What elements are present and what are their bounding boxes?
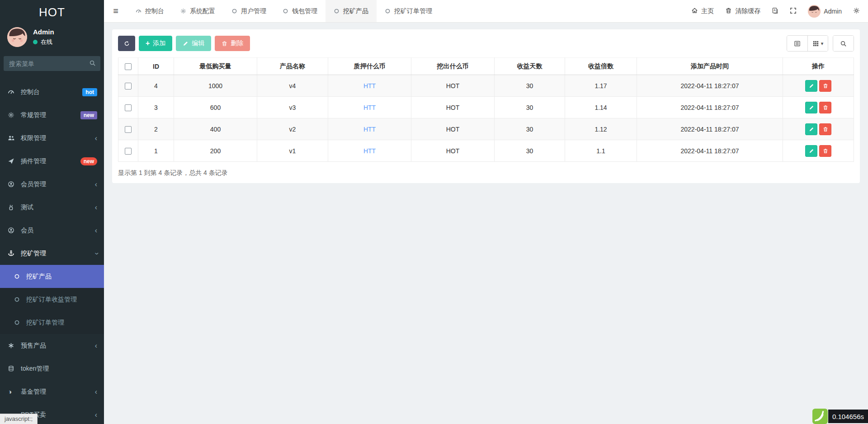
home-icon [691, 7, 698, 15]
chevron-left-icon: ‹ [95, 342, 97, 349]
cell-stake-coin: HTT [328, 97, 411, 118]
row-checkbox[interactable] [125, 104, 132, 111]
sidebar-item-mining-order[interactable]: 挖矿订单管理 [0, 311, 104, 334]
tab-user-manage[interactable]: 用户管理 [223, 0, 274, 22]
cell-profit-days: 30 [495, 140, 565, 162]
menu-search-input[interactable] [4, 56, 100, 71]
row-checkbox[interactable] [125, 83, 132, 90]
table-panel: +添加 编辑 删除 ▾ ID最低购买量 [112, 29, 860, 183]
sidebar-item-mining-manage[interactable]: 挖矿管理‹ [0, 242, 104, 265]
menu-toggle-icon[interactable]: ≡ [104, 0, 127, 22]
delete-row-button[interactable] [819, 123, 831, 135]
cell-operate [783, 118, 854, 140]
cell-operate [783, 75, 854, 97]
tab-mining-order[interactable]: 挖矿订单管理 [377, 0, 440, 22]
stake-coin-link[interactable]: HTT [363, 147, 376, 155]
column-header-profit-days[interactable]: 收益天数 [495, 58, 565, 75]
cell-checkbox [118, 118, 138, 140]
sidebar-item-member-manage[interactable]: 会员管理‹ [0, 173, 104, 196]
list-view-button[interactable] [787, 36, 807, 51]
performance-badge: 0.104656s [812, 409, 868, 424]
sidebar-item-label: 测试 [21, 203, 33, 212]
cell-operate [783, 140, 854, 162]
columns-dropdown-button[interactable]: ▾ [807, 36, 828, 51]
plus-icon: + [146, 40, 150, 47]
cell-profit-multiple: 1.14 [565, 97, 637, 118]
tab-config[interactable]: 系统配置 [172, 0, 223, 22]
tab-label: 钱包管理 [292, 7, 317, 15]
column-header-stake-coin[interactable]: 质押什么币 [328, 58, 411, 75]
sidebar-item-token[interactable]: token管理 [0, 357, 104, 380]
cell-operate [783, 97, 854, 118]
column-header-operate[interactable]: 操作 [783, 58, 854, 75]
row-checkbox[interactable] [125, 126, 132, 133]
sidebar-item-member[interactable]: 会员‹ [0, 219, 104, 242]
delete-row-button[interactable] [819, 80, 831, 92]
sidebar-item-presale[interactable]: 预售产品‹ [0, 334, 104, 357]
table-row: 41000v4HTTHOT301.172022-04-11 18:27:07 [118, 75, 854, 97]
column-header-mine-coin[interactable]: 挖出什么币 [411, 58, 495, 75]
sidebar-item-general[interactable]: 常规管理new [0, 104, 104, 127]
sidebar-item-test[interactable]: 测试‹ [0, 196, 104, 219]
tab-console[interactable]: 控制台 [127, 0, 172, 22]
delete-row-button[interactable] [819, 102, 831, 113]
sidebar-item-label: 挖矿订单收益管理 [26, 296, 77, 304]
select-all-checkbox[interactable] [125, 63, 132, 70]
sidebar-item-auth[interactable]: 权限管理‹ [0, 127, 104, 150]
clear-cache-label: 清除缓存 [735, 7, 760, 15]
sidebar-item-addon[interactable]: 插件管理new [0, 150, 104, 173]
sidebar-item-label: 挖矿管理 [21, 250, 46, 258]
delete-button[interactable]: 删除 [215, 36, 250, 51]
cell-product-name: v3 [257, 97, 328, 118]
fullscreen-button[interactable] [790, 7, 797, 15]
column-header-id[interactable]: ID [138, 58, 174, 75]
delete-row-button[interactable] [819, 145, 831, 157]
table-search-button[interactable] [833, 36, 854, 51]
edit-row-button[interactable] [805, 145, 817, 157]
clear-cache-button[interactable]: 清除缓存 [725, 7, 760, 15]
profile-menu[interactable]: Admin [808, 5, 842, 18]
cell-stake-coin: HTT [328, 75, 411, 97]
sidebar-item-label: 预售产品 [21, 342, 46, 350]
edit-row-button[interactable] [805, 123, 817, 135]
sidebar-item-label: 基金管理 [21, 388, 46, 396]
settings-button[interactable] [853, 7, 860, 15]
tab-label: 控制台 [145, 7, 164, 15]
edit-button[interactable]: 编辑 [176, 36, 211, 51]
add-button[interactable]: +添加 [139, 36, 172, 51]
refresh-button[interactable] [118, 36, 135, 51]
tab-wallet-manage[interactable]: 钱包管理 [274, 0, 326, 22]
column-header-add-time[interactable]: 添加产品时间 [637, 58, 783, 75]
sidebar-item-mining-order-profit[interactable]: 挖矿订单收益管理 [0, 288, 104, 311]
edit-row-button[interactable] [805, 102, 817, 113]
sidebar-item-label: 会员管理 [21, 180, 46, 188]
sidebar-item-console[interactable]: 控制台hot [0, 80, 104, 104]
badge-hot: hot [82, 88, 97, 96]
sidebar-item-fund[interactable]: ◑基金管理‹ [0, 380, 104, 403]
sidebar-item-label: token管理 [21, 365, 49, 373]
asterisk-icon [8, 342, 21, 349]
home-link[interactable]: 主页 [691, 7, 714, 15]
tab-mining-product[interactable]: 挖矿产品 [326, 0, 377, 22]
dashboard-icon [8, 89, 21, 95]
badge-new: new [80, 111, 97, 119]
svg-text:A: A [774, 9, 776, 12]
header-checkbox-cell [118, 58, 138, 75]
stake-coin-link[interactable]: HTT [363, 82, 376, 90]
cell-stake-coin: HTT [328, 118, 411, 140]
user-status: 在线 [33, 38, 54, 46]
user-circle-icon [8, 227, 21, 234]
stake-coin-link[interactable]: HTT [363, 104, 376, 111]
circle-icon [334, 8, 340, 14]
stake-coin-link[interactable]: HTT [363, 126, 376, 133]
row-checkbox[interactable] [125, 148, 132, 155]
edit-row-button[interactable] [805, 80, 817, 92]
cell-id: 2 [138, 118, 174, 140]
sidebar-item-mining-product[interactable]: 挖矿产品 [0, 265, 104, 288]
column-header-product-name[interactable]: 产品名称 [257, 58, 328, 75]
cell-min-buy: 600 [174, 97, 257, 118]
column-header-min-buy[interactable]: 最低购买量 [174, 58, 257, 75]
language-switch[interactable]: A [772, 7, 778, 15]
sidebar-item-label: 会员 [21, 226, 33, 235]
column-header-profit-multiple[interactable]: 收益倍数 [565, 58, 637, 75]
